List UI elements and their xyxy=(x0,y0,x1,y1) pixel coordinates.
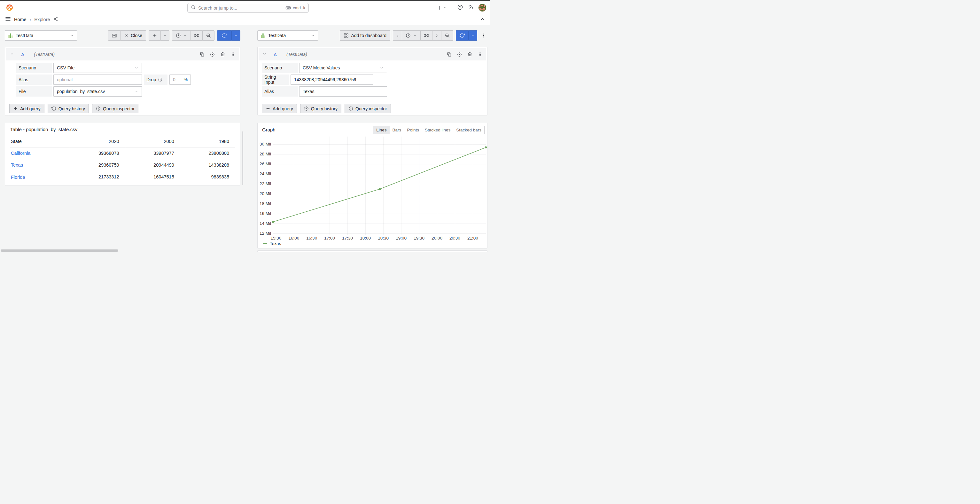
drag-handle-icon[interactable] xyxy=(231,52,235,57)
collapse-query-button[interactable] xyxy=(262,51,267,57)
duplicate-query-icon[interactable] xyxy=(447,52,452,57)
link-icon xyxy=(424,33,429,38)
user-avatar[interactable] xyxy=(479,4,486,11)
breadcrumb-home[interactable]: Home xyxy=(14,17,27,22)
duplicate-query-icon[interactable] xyxy=(199,52,205,57)
alias-input[interactable] xyxy=(53,75,142,85)
nav-divider xyxy=(452,4,452,11)
alias-label: Alias xyxy=(16,75,52,85)
left-query-body: Scenario CSV File Alias Drop xyxy=(6,61,239,116)
state-link[interactable]: Texas xyxy=(10,163,70,167)
left-datasource-picker[interactable]: TestData xyxy=(5,30,77,41)
search-icon xyxy=(191,5,196,11)
series-line xyxy=(258,123,488,249)
pane-more-button[interactable] xyxy=(480,30,487,41)
delete-query-icon[interactable] xyxy=(220,52,225,57)
add-query-button[interactable]: Add query xyxy=(9,104,45,113)
info-icon[interactable] xyxy=(158,77,162,82)
table-panel-title: Table - population_by_state.csv xyxy=(10,123,235,132)
table-header-row: State202020001980 xyxy=(10,136,235,147)
table-column-header[interactable]: 2000 xyxy=(125,139,180,144)
widen-pane-button[interactable] xyxy=(108,30,121,41)
link-icon xyxy=(194,33,199,38)
explore-pane-right: TestData Add to dashboard xyxy=(257,25,487,249)
scenario-select[interactable]: CSV File xyxy=(53,63,142,73)
query-inspector-button[interactable]: Query inspector xyxy=(345,104,391,113)
table-column-header[interactable]: State xyxy=(10,139,70,144)
chevron-down-icon xyxy=(443,6,447,10)
chevron-down-icon xyxy=(471,33,475,37)
new-menu-button[interactable] xyxy=(437,5,447,11)
right-query-actions: Add query Query history Query inspector xyxy=(262,104,483,113)
toggle-visibility-icon[interactable] xyxy=(210,52,215,57)
grafana-logo[interactable] xyxy=(6,4,13,11)
plus-icon xyxy=(152,33,157,38)
chevron-right-icon xyxy=(435,33,439,38)
query-inspector-button[interactable]: Query inspector xyxy=(92,104,138,113)
time-picker-button[interactable] xyxy=(172,30,191,41)
search-placeholder: Search or jump to... xyxy=(198,5,283,11)
link-time-button[interactable] xyxy=(191,30,203,41)
table-body: California393680783398797723800800Texas2… xyxy=(10,147,235,183)
state-link[interactable]: Florida xyxy=(10,175,70,180)
query-history-button[interactable]: Query history xyxy=(300,104,341,113)
right-query-editor: A (TestData) Scenario CSV Metric Valu xyxy=(257,47,487,115)
menu-toggle-button[interactable] xyxy=(5,16,11,23)
zoom-out-time-button[interactable] xyxy=(202,30,215,41)
chevron-down-icon xyxy=(135,66,138,70)
close-split-button[interactable]: Close xyxy=(120,30,146,41)
table-column-header[interactable]: 1980 xyxy=(180,139,235,144)
drag-handle-icon[interactable] xyxy=(477,52,482,57)
top-nav: Search or jump to... cmd+k xyxy=(0,1,490,14)
toggle-visibility-icon[interactable] xyxy=(457,52,462,57)
run-query-dropdown-button[interactable] xyxy=(231,30,240,41)
shift-time-back-button[interactable] xyxy=(393,30,402,41)
legend-item-texas[interactable]: Texas xyxy=(263,241,281,246)
news-button[interactable] xyxy=(468,4,474,11)
delete-query-icon[interactable] xyxy=(467,52,473,57)
right-toolbar: TestData Add to dashboard xyxy=(257,30,487,41)
run-query-dropdown-button[interactable] xyxy=(468,30,477,41)
pane-resize-handle[interactable] xyxy=(242,131,243,185)
drop-percent-input[interactable] xyxy=(170,77,182,82)
query-history-button[interactable]: Query history xyxy=(48,104,89,113)
time-picker-button[interactable] xyxy=(402,30,421,41)
share-icon xyxy=(53,17,58,21)
state-link[interactable]: California xyxy=(10,151,70,156)
nav-right-actions xyxy=(437,1,486,14)
file-select[interactable]: population_by_state.csv xyxy=(53,86,142,97)
run-query-button[interactable] xyxy=(456,30,469,41)
keyboard-icon xyxy=(285,5,291,11)
horizontal-scrollbar-thumb[interactable] xyxy=(1,249,118,252)
add-to-dashboard-button[interactable]: Add to dashboard xyxy=(340,30,390,41)
left-toolbar: TestData Close xyxy=(5,30,240,41)
left-toolbar-actions: Close xyxy=(108,30,240,41)
hamburger-icon xyxy=(5,16,11,22)
collapse-query-button[interactable] xyxy=(10,51,14,57)
shift-time-forward-button[interactable] xyxy=(432,30,441,41)
zoom-out-time-button[interactable] xyxy=(441,30,453,41)
table-column-header[interactable]: 2020 xyxy=(70,139,125,144)
help-button[interactable] xyxy=(457,4,463,11)
population-value: 21733312 xyxy=(70,171,125,183)
graph-panel: Graph LinesBarsPointsStacked linesStacke… xyxy=(257,123,487,249)
string-input-field[interactable] xyxy=(291,75,373,85)
scenario-row: Scenario CSV File xyxy=(16,63,236,73)
query-header-actions xyxy=(199,52,235,57)
data-table: State202020001980 California393680783398… xyxy=(10,136,235,183)
search-input[interactable]: Search or jump to... cmd+k xyxy=(187,3,309,13)
alias-input[interactable] xyxy=(299,86,387,97)
collapse-toolbar-button[interactable] xyxy=(480,16,485,23)
kebab-menu-icon xyxy=(481,33,486,38)
alias-row: Alias Drop % xyxy=(16,75,236,85)
scenario-select[interactable]: CSV Metric Values xyxy=(299,63,387,73)
add-query-row-button[interactable] xyxy=(149,30,161,41)
add-dropdown-button[interactable] xyxy=(161,30,169,41)
grafana-explore-screen: Search or jump to... cmd+k xyxy=(0,0,490,252)
link-time-button[interactable] xyxy=(420,30,433,41)
right-datasource-picker[interactable]: TestData xyxy=(257,30,318,41)
add-query-button[interactable]: Add query xyxy=(262,104,297,113)
run-query-button[interactable] xyxy=(217,30,232,41)
share-button[interactable] xyxy=(53,17,58,23)
drop-label: Drop xyxy=(144,75,167,85)
